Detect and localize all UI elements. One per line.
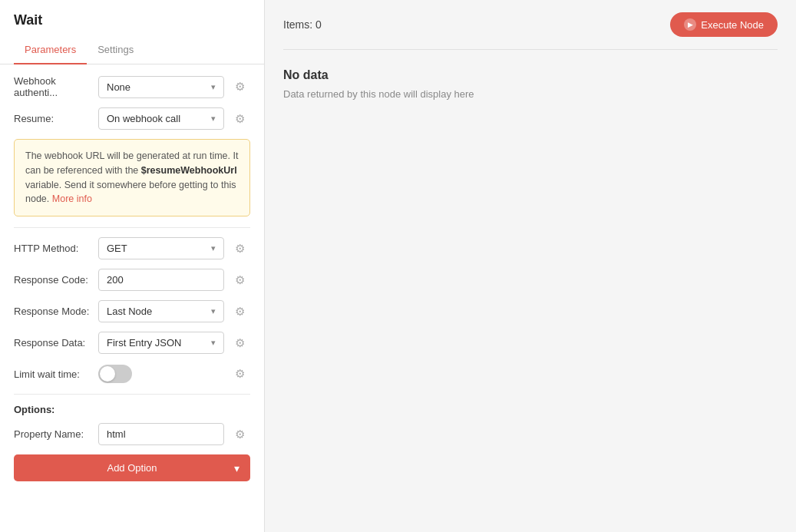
resume-row: Resume: On webhook call ▾ ⚙ [14, 107, 250, 130]
gear-icon: ⚙ [235, 367, 245, 381]
resume-control: On webhook call ▾ [98, 107, 224, 130]
response-data-control: First Entry JSON ▾ [98, 332, 224, 354]
gear-icon: ⚙ [235, 80, 245, 94]
tabs-bar: Parameters Settings [0, 36, 264, 64]
options-label: Options: [14, 404, 250, 415]
add-option-label: Add Option [107, 462, 157, 474]
resume-select[interactable]: On webhook call ▾ [98, 107, 224, 130]
gear-icon: ⚙ [235, 428, 245, 441]
left-panel: Wait Parameters Settings Webhook authent… [0, 0, 265, 532]
http-method-value: GET [107, 243, 127, 254]
http-method-label: HTTP Method: [14, 243, 98, 254]
chevron-down-icon: ▾ [211, 114, 216, 124]
response-data-label: Response Data: [14, 337, 98, 349]
options-divider [14, 394, 250, 395]
gear-icon: ⚙ [235, 273, 245, 287]
webhook-auth-select[interactable]: None ▾ [98, 76, 224, 98]
response-mode-value: Last Node [107, 306, 152, 317]
http-method-control: GET ▾ [98, 237, 224, 259]
property-name-gear-button[interactable]: ⚙ [229, 424, 250, 445]
tab-parameters[interactable]: Parameters [14, 36, 87, 64]
tab-settings[interactable]: Settings [87, 36, 144, 64]
chevron-down-icon: ▾ [211, 82, 216, 92]
resume-gear-button[interactable]: ⚙ [229, 108, 250, 130]
response-data-value: First Entry JSON [107, 337, 182, 349]
gear-icon: ⚙ [235, 112, 245, 126]
chevron-down-icon: ▾ [211, 306, 216, 316]
response-code-control [98, 269, 224, 291]
property-name-control [98, 423, 224, 445]
no-data-title: No data [283, 68, 778, 82]
play-icon: ▶ [684, 18, 696, 31]
no-data-subtitle: Data returned by this node will display … [283, 88, 778, 100]
response-data-gear-button[interactable]: ⚙ [229, 332, 250, 354]
gear-icon: ⚙ [235, 336, 245, 350]
property-name-label: Property Name: [14, 428, 98, 440]
response-code-gear-button[interactable]: ⚙ [229, 269, 250, 291]
response-code-input[interactable] [98, 269, 224, 291]
response-code-label: Response Code: [14, 274, 98, 286]
panel-content: Webhook authenti... None ▾ ⚙ Resume: On … [0, 64, 264, 532]
response-mode-control: Last Node ▾ [98, 300, 224, 322]
chevron-down-icon: ▾ [211, 243, 216, 253]
add-option-button[interactable]: Add Option ▾ [14, 454, 250, 481]
webhook-auth-value: None [107, 81, 130, 93]
webhook-auth-label: Webhook authenti... [14, 75, 98, 98]
toggle-wrapper [98, 365, 224, 383]
resume-label: Resume: [14, 113, 98, 124]
execute-label: Execute Node [701, 19, 764, 31]
http-method-gear-button[interactable]: ⚙ [229, 238, 250, 259]
info-box: The webhook URL will be generated at run… [14, 139, 250, 216]
response-code-row: Response Code: ⚙ [14, 269, 250, 291]
right-header: Items: 0 ▶ Execute Node [265, 0, 796, 49]
webhook-auth-control: None ▾ [98, 76, 224, 98]
gear-icon: ⚙ [235, 305, 245, 319]
info-highlight: $resumeWebhookUrl [141, 165, 237, 176]
limit-wait-time-toggle[interactable] [98, 365, 132, 383]
property-name-row: Property Name: ⚙ [14, 423, 250, 445]
response-mode-row: Response Mode: Last Node ▾ ⚙ [14, 300, 250, 322]
panel-title: Wait [0, 0, 264, 36]
section-divider [14, 227, 250, 228]
items-count: Items: 0 [283, 18, 322, 31]
limit-wait-time-gear-button[interactable]: ⚙ [229, 363, 250, 385]
response-data-row: Response Data: First Entry JSON ▾ ⚙ [14, 332, 250, 354]
response-data-select[interactable]: First Entry JSON ▾ [98, 332, 224, 354]
no-data-section: No data Data returned by this node will … [265, 50, 796, 118]
chevron-down-icon: ▾ [234, 462, 239, 474]
response-mode-label: Response Mode: [14, 306, 98, 317]
gear-icon: ⚙ [235, 242, 245, 256]
limit-wait-time-label: Limit wait time: [14, 368, 98, 380]
execute-node-button[interactable]: ▶ Execute Node [670, 12, 778, 37]
more-info-link[interactable]: More info [52, 193, 92, 204]
http-method-select[interactable]: GET ▾ [98, 237, 224, 259]
webhook-auth-row: Webhook authenti... None ▾ ⚙ [14, 75, 250, 98]
resume-value: On webhook call [107, 113, 180, 124]
response-mode-select[interactable]: Last Node ▾ [98, 300, 224, 322]
response-mode-gear-button[interactable]: ⚙ [229, 301, 250, 322]
toggle-knob [100, 366, 115, 382]
right-panel: Items: 0 ▶ Execute Node No data Data ret… [265, 0, 796, 532]
chevron-down-icon: ▾ [211, 338, 216, 348]
property-name-input[interactable] [98, 423, 224, 445]
http-method-row: HTTP Method: GET ▾ ⚙ [14, 237, 250, 259]
limit-wait-time-row: Limit wait time: ⚙ [14, 363, 250, 385]
webhook-auth-gear-button[interactable]: ⚙ [229, 76, 250, 97]
limit-wait-time-control [98, 365, 224, 383]
